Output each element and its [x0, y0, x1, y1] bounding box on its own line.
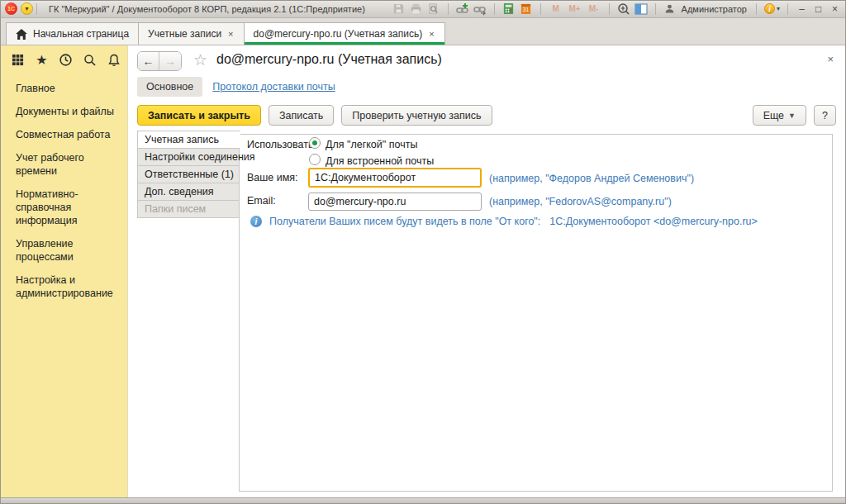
page-title: do@mercury-npo.ru (Учетная запись) [216, 52, 442, 67]
from-field-info: i Получатели Ваших писем будут видеть в … [250, 216, 758, 227]
form-close-icon[interactable]: × [827, 53, 834, 65]
section-tab-responsible[interactable]: Ответственные (1) [137, 165, 240, 183]
notifications-bell-icon[interactable] [107, 53, 121, 67]
more-button-label: Еще [763, 110, 784, 121]
minimize-button[interactable]: – [796, 3, 808, 15]
account-form: Использовать: Для "легкой" почты Для вст… [239, 134, 833, 492]
sections-sidebar: ★ Главное Документы и файлы Совместная р… [1, 45, 128, 497]
divider [655, 3, 656, 15]
main-content: ← → ☆ do@mercury-npo.ru (Учетная запись)… [128, 45, 845, 497]
menu-grid-icon[interactable] [11, 53, 25, 67]
user-icon [663, 2, 677, 16]
close-button[interactable]: × [829, 3, 841, 15]
zoom-icon[interactable] [617, 2, 630, 16]
calendar-icon[interactable]: 31 [520, 2, 533, 16]
maximize-button[interactable]: □ [812, 3, 825, 15]
history-icon[interactable] [59, 53, 73, 67]
divider [787, 3, 788, 15]
go-to-link-icon[interactable] [473, 2, 487, 16]
page-nav-tabs: Основное Протокол доставки почты [137, 77, 335, 97]
divider [448, 3, 449, 15]
tab-main-section[interactable]: Основное [137, 77, 202, 97]
divider [756, 3, 757, 15]
save-button[interactable]: Записать [269, 105, 334, 126]
name-hint: (например, "Федоров Андрей Семенович") [489, 173, 694, 184]
tab-label: Учетные записи [148, 28, 221, 40]
favorites-star-icon[interactable]: ★ [35, 53, 49, 67]
service-info-button[interactable]: i ▾ [764, 3, 780, 14]
current-user-label[interactable]: Администратор [682, 4, 747, 14]
sidebar-item-settings-administration[interactable]: Настройка и администрирование [16, 273, 121, 300]
section-tab-connection-settings[interactable]: Настройки соединения [137, 148, 240, 166]
help-button[interactable]: ? [814, 105, 836, 126]
tab-accounts[interactable]: Учетные записи × [138, 22, 244, 45]
back-button[interactable]: ← [138, 52, 159, 70]
radio-light-mail-label[interactable]: Для "легкой" почты [326, 139, 417, 150]
app-logo-icon: 1С [5, 2, 17, 15]
save-icon[interactable] [392, 2, 406, 16]
title-bar: 1С ▼ ГК "Меркурий" / Документооборот 8 К… [0, 0, 846, 18]
tab-label: do@mercury-npo.ru (Учетная запись) [254, 28, 423, 40]
tab-home[interactable]: Начальная страница [6, 22, 139, 45]
memory-plus-button[interactable]: M+ [568, 4, 582, 13]
name-label: Ваше имя: [247, 172, 298, 183]
add-to-favorites-star-icon[interactable]: ☆ [193, 50, 207, 69]
sidebar-item-main[interactable]: Главное [16, 82, 121, 95]
chevron-down-icon: ▼ [788, 112, 796, 120]
email-label: Email: [247, 195, 276, 207]
tab-label: Начальная страница [33, 28, 129, 40]
divider [540, 3, 541, 15]
name-input[interactable]: 1С:Документооборот [308, 168, 482, 188]
section-tab-account[interactable]: Учетная запись [137, 131, 240, 149]
print-icon[interactable] [410, 2, 423, 16]
add-link-icon[interactable] [456, 2, 469, 16]
forward-button[interactable]: → [159, 52, 181, 70]
section-tabs: Учетная запись Настройки соединения Отве… [137, 131, 240, 218]
tab-mail-delivery-protocol[interactable]: Протокол доставки почты [212, 81, 335, 93]
divider [609, 3, 610, 15]
info-icon: i [764, 3, 775, 14]
sidebar-item-process-management[interactable]: Управление процессами [16, 237, 121, 264]
save-and-close-button[interactable]: Записать и закрыть [137, 105, 261, 126]
home-icon [16, 29, 27, 40]
sidebar-item-collaboration[interactable]: Совместная работа [16, 128, 121, 141]
memory-minus-button[interactable]: M- [587, 4, 601, 13]
command-bar: Записать и закрыть Записать Проверить уч… [137, 105, 836, 126]
info-circle-icon: i [250, 216, 262, 227]
email-input[interactable]: do@mercury-npo.ru [308, 193, 482, 211]
info-text: Получатели Ваших писем будут видеть в по… [269, 216, 540, 227]
more-button[interactable]: Еще ▼ [753, 105, 806, 126]
sidebar-item-reference-info[interactable]: Нормативно-справочная информация [16, 188, 121, 227]
radio-builtin-mail[interactable] [309, 154, 321, 165]
sidebar-item-time-tracking[interactable]: Учет рабочего времени [16, 151, 121, 178]
split-panel-icon[interactable] [634, 2, 648, 16]
memory-recall-button[interactable]: M [549, 4, 563, 13]
search-icon[interactable] [83, 53, 97, 67]
check-account-button[interactable]: Проверить учетную запись [341, 105, 492, 126]
sidebar-item-documents-files[interactable]: Документы и файлы [16, 105, 121, 118]
calculator-icon[interactable] [502, 2, 516, 16]
divider [494, 3, 495, 15]
radio-builtin-mail-label[interactable]: Для встроенной почты [326, 155, 434, 167]
open-windows-tab-bar: Начальная страница Учетные записи × do@m… [0, 18, 846, 45]
email-hint: (например, "FedorovAS@company.ru") [489, 196, 672, 207]
window-bottom-border [0, 497, 846, 504]
history-nav-group: ← → [137, 51, 182, 71]
use-label: Использовать: [247, 139, 316, 150]
svg-text:31: 31 [523, 7, 530, 12]
info-value: 1С:Документооборот <do@mercury-npo.ru> [549, 216, 758, 227]
window-title: ГК "Меркурий" / Документооборот 8 КОРП, … [49, 4, 365, 14]
tab-account-detail[interactable]: do@mercury-npo.ru (Учетная запись) × [244, 22, 445, 45]
section-tab-additional-info[interactable]: Доп. сведения [137, 183, 240, 201]
print-preview-icon[interactable] [427, 2, 440, 16]
divider [36, 3, 37, 15]
radio-light-mail[interactable] [309, 137, 321, 149]
main-menu-button[interactable]: ▼ [21, 2, 33, 15]
tab-close-icon[interactable]: × [428, 29, 435, 39]
tab-close-icon[interactable]: × [227, 29, 234, 39]
section-tab-mail-folders: Папки писем [137, 200, 240, 218]
